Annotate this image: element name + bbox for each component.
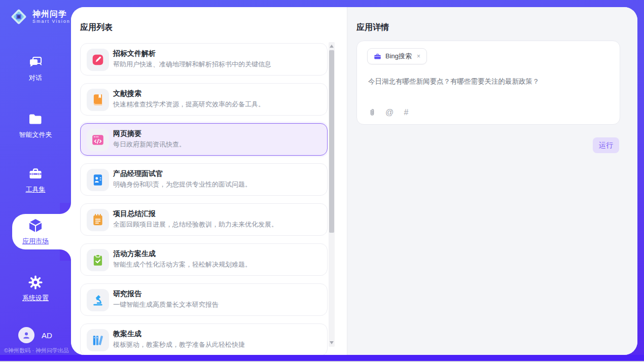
app-card-title: 研究报告 xyxy=(113,289,141,299)
sidebar-selection-notch-bottom xyxy=(60,249,71,261)
main-content: 应用列表 招标文件解析帮助用户快速、准确地理解和解析招标书中的关键信息文献搜索快… xyxy=(71,7,637,355)
scroll-up-icon[interactable] xyxy=(330,45,334,48)
microscope-icon xyxy=(87,289,109,311)
app-card-4[interactable]: 项目总结汇报全面回顾项目进展，总结经验教训，助力未来优化发展。 xyxy=(80,203,328,236)
sidebar-item-2[interactable]: 工具集 xyxy=(0,166,71,194)
tag-close-icon[interactable]: × xyxy=(416,53,420,60)
pen-square-icon xyxy=(87,49,109,71)
resume-icon xyxy=(87,169,109,191)
at-icon[interactable]: @ xyxy=(385,108,394,117)
app-card-7[interactable]: 教案生成模板驱动，教案秒成，教学准备从此轻松快捷 xyxy=(80,323,328,355)
person-icon xyxy=(22,331,31,340)
hash-icon[interactable]: # xyxy=(402,108,411,117)
browser-icon xyxy=(87,129,109,151)
app-card-title: 产品经理面试官 xyxy=(113,169,163,178)
user-initials: AD xyxy=(42,331,52,340)
tool-tag-label: Bing搜索 xyxy=(385,52,412,61)
app-detail-panel: 应用详情 Bing搜索 × 今日湖北有哪些新闻要点？有哪些需要关注的最新政策？ xyxy=(347,7,637,355)
prompt-card[interactable]: Bing搜索 × 今日湖北有哪些新闻要点？有哪些需要关注的最新政策？ @ # xyxy=(356,41,620,125)
gear-icon xyxy=(28,275,43,290)
sidebar-item-label: 智能文件夹 xyxy=(19,130,52,139)
sidebar-item-label: 对话 xyxy=(29,74,42,83)
copyright-text: ©神州数码 · 神州问学出品 xyxy=(4,347,71,354)
app-card-6[interactable]: 研究报告一键智能生成高质量长文本研究报告 xyxy=(80,283,328,316)
sidebar-item-label: 工具集 xyxy=(26,185,46,194)
app-list-title: 应用列表 xyxy=(80,22,113,33)
briefcase-icon xyxy=(374,53,381,60)
clipboard-icon xyxy=(87,249,109,271)
brand-logo-icon xyxy=(9,7,28,26)
folder-icon xyxy=(28,112,43,127)
sidebar-item-0[interactable]: 对话 xyxy=(0,55,71,83)
app-card-description: 帮助用户快速、准确地理解和解析招标书中的关键信息 xyxy=(113,60,271,69)
sidebar-item-4[interactable]: 系统设置 xyxy=(0,275,71,303)
app-card-description: 快速精准查找学术资源，提高研究效率的必备工具。 xyxy=(113,100,265,109)
sidebar-item-1[interactable]: 智能文件夹 xyxy=(0,112,71,139)
app-card-title: 教案生成 xyxy=(113,330,141,339)
app-card-description: 模板驱动，教案秒成，教学准备从此轻松快捷 xyxy=(113,340,245,349)
app-card-description: 每日政府新闻资讯快查。 xyxy=(113,140,186,149)
app-card-description: 一键智能生成高质量长文本研究报告 xyxy=(113,300,219,309)
app-card-title: 网页摘要 xyxy=(113,129,141,138)
app-card-2[interactable]: 网页摘要每日政府新闻资讯快查。 xyxy=(80,123,328,156)
sidebar-item-3[interactable]: 应用市场 xyxy=(0,218,71,246)
app-card-5[interactable]: 活动方案生成智能生成个性化活动方案，轻松解决规划难题。 xyxy=(80,243,328,276)
toolbox-icon xyxy=(28,166,43,182)
cube-icon xyxy=(28,218,43,233)
sidebar-item-label: 应用市场 xyxy=(22,237,49,246)
app-card-title: 招标文件解析 xyxy=(113,49,156,58)
brand-name: 神州问学 xyxy=(32,10,70,19)
tool-tag-bing-search[interactable]: Bing搜索 × xyxy=(367,48,427,64)
paperclip-icon[interactable] xyxy=(368,108,377,117)
app-card-title: 文献搜索 xyxy=(113,89,141,98)
sidebar: 神州问学 Smart Vision 对话智能文件夹工具集应用市场系统设置 AD … xyxy=(0,0,71,355)
run-button[interactable]: 运行 xyxy=(593,137,619,153)
chat-icon xyxy=(28,55,43,70)
scrollbar[interactable] xyxy=(329,42,335,347)
scrollbar-thumb[interactable] xyxy=(329,50,334,233)
app-card-3[interactable]: 产品经理面试官明确身份和职责，为您提供专业性的面试问题。 xyxy=(80,163,328,196)
avatar[interactable] xyxy=(18,327,34,343)
app-card-description: 全面回顾项目进展，总结经验教训，助力未来优化发展。 xyxy=(113,220,278,229)
window-bottom-accent xyxy=(0,355,644,361)
app-card-0[interactable]: 招标文件解析帮助用户快速、准确地理解和解析招标书中的关键信息 xyxy=(80,43,328,76)
app-card-description: 智能生成个性化活动方案，轻松解决规划难题。 xyxy=(113,260,252,269)
book-icon xyxy=(87,89,109,111)
app-card-list: 招标文件解析帮助用户快速、准确地理解和解析招标书中的关键信息文献搜索快速精准查找… xyxy=(80,43,328,355)
prompt-text[interactable]: 今日湖北有哪些新闻要点？有哪些需要关注的最新政策？ xyxy=(368,77,606,87)
notepad-icon xyxy=(87,209,109,231)
app-card-title: 活动方案生成 xyxy=(113,249,156,259)
brand-tagline: Smart Vision xyxy=(32,19,70,24)
books-icon xyxy=(87,329,109,351)
user-account[interactable]: AD xyxy=(18,327,52,343)
app-card-description: 明确身份和职责，为您提供专业性的面试问题。 xyxy=(113,180,252,189)
sidebar-item-label: 系统设置 xyxy=(22,294,49,303)
app-card-title: 项目总结汇报 xyxy=(113,209,156,219)
app-detail-title: 应用详情 xyxy=(356,22,389,33)
app-card-1[interactable]: 文献搜索快速精准查找学术资源，提高研究效率的必备工具。 xyxy=(80,83,328,116)
scroll-down-icon[interactable] xyxy=(330,341,334,344)
attachment-toolbar: @ # xyxy=(368,108,411,117)
sidebar-selection-notch-top xyxy=(60,203,71,214)
app-list-panel: 应用列表 招标文件解析帮助用户快速、准确地理解和解析招标书中的关键信息文献搜索快… xyxy=(71,7,347,355)
brand: 神州问学 Smart Vision xyxy=(9,7,70,26)
